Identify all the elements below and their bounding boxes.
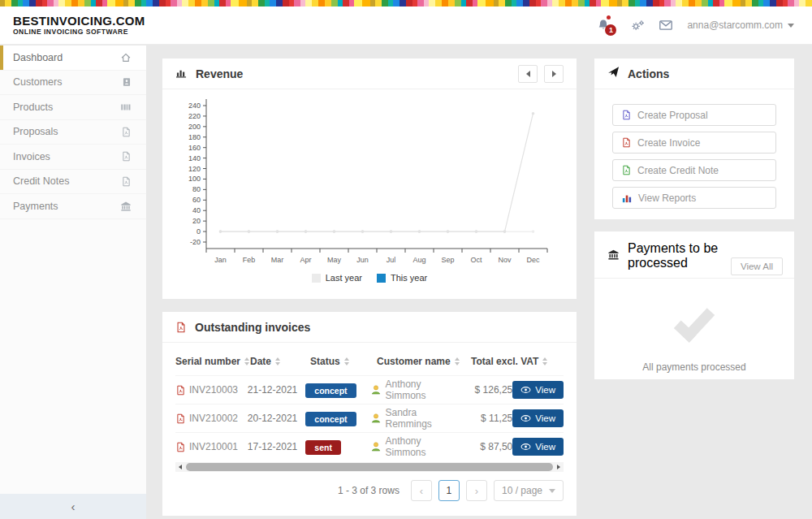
view-reports-button[interactable]: View Reports: [612, 187, 776, 209]
column-header-customer-name[interactable]: Customer name: [377, 356, 471, 367]
scroll-left-button[interactable]: [175, 462, 185, 472]
arrow-right-icon: [557, 465, 560, 469]
table-row: INV21000220-12-2021conceptSandra Remming…: [175, 404, 564, 432]
sort-icon: [275, 357, 280, 365]
status-badge: concept: [305, 383, 356, 398]
customer-name: Anthony Simmons: [386, 435, 461, 458]
invoice-total: $ 126,25: [461, 384, 513, 396]
invoice-total: $ 87,50: [461, 441, 513, 452]
notification-dot: [607, 15, 611, 19]
settings-gears-icon[interactable]: [631, 20, 645, 31]
chart-next-button[interactable]: [544, 65, 564, 83]
column-label: Customer name: [377, 356, 451, 367]
column-header-status[interactable]: Status: [310, 356, 377, 367]
svg-text:100: 100: [188, 175, 201, 183]
chart-prev-button[interactable]: [518, 65, 538, 83]
legend-item-last-year[interactable]: Last year: [312, 273, 362, 283]
sidebar-item-invoices[interactable]: Invoices: [0, 145, 146, 170]
svg-text:140: 140: [188, 154, 201, 162]
pdf-icon[interactable]: [175, 413, 186, 424]
svg-text:May: May: [327, 256, 342, 264]
column-header-total-excl-vat[interactable]: Total excl. VAT: [471, 356, 551, 367]
send-plane-icon: [607, 66, 620, 81]
view-invoice-button[interactable]: View: [512, 438, 564, 456]
create-invoice-button[interactable]: Create Invoice: [612, 132, 776, 154]
pdf-icon: [175, 322, 187, 333]
scrollbar-thumb[interactable]: [186, 463, 553, 471]
sidebar-item-products[interactable]: Products: [0, 95, 146, 120]
invoice-total: $ 11,25: [461, 413, 513, 424]
customer-name: Sandra Remmings: [386, 407, 461, 430]
svg-text:Aug: Aug: [412, 256, 425, 264]
pdf-icon: [121, 127, 132, 137]
pdf-icon: [621, 165, 632, 175]
status-badge: concept: [305, 412, 356, 426]
avatar-icon: [370, 413, 382, 424]
chevron-down-icon: [549, 489, 555, 493]
action-label: Create Proposal: [637, 110, 708, 121]
page-size-select[interactable]: 10 / page: [494, 480, 564, 501]
action-label: View Reports: [638, 192, 696, 204]
svg-text:240: 240: [188, 102, 201, 110]
sidebar-item-label: Credit Notes: [13, 175, 69, 187]
svg-text:80: 80: [192, 185, 201, 193]
view-label: View: [535, 413, 555, 423]
sidebar-item-credit-notes[interactable]: Credit Notes: [0, 170, 146, 195]
column-header-date[interactable]: Date: [250, 356, 310, 367]
pagination-current-page[interactable]: 1: [438, 480, 460, 501]
column-label: Total excl. VAT: [471, 356, 538, 367]
legend-label: Last year: [326, 273, 362, 283]
view-all-button[interactable]: View All: [731, 257, 783, 275]
arrow-left-icon: [526, 71, 530, 77]
revenue-title: Revenue: [196, 67, 243, 80]
logo[interactable]: BESTINVOICING.COM ONLINE INVOICING SOFTW…: [0, 14, 145, 36]
column-header-serial-number[interactable]: Serial number: [175, 356, 250, 367]
notifications-bell-icon[interactable]: 1: [597, 19, 610, 32]
svg-text:180: 180: [188, 133, 201, 141]
svg-text:160: 160: [188, 144, 201, 152]
rainbow-brand-stripe: [0, 0, 812, 6]
scroll-right-button[interactable]: [554, 462, 564, 472]
sidebar-item-label: Proposals: [13, 126, 58, 137]
sort-icon: [344, 357, 349, 365]
pagination-prev-button[interactable]: ‹: [411, 480, 432, 501]
action-label: Create Invoice: [637, 137, 700, 149]
sidebar-collapse-button[interactable]: ‹: [0, 494, 146, 519]
check-icon: [674, 301, 715, 342]
invoice-serial: INV210002: [189, 413, 238, 424]
pdf-icon[interactable]: [175, 442, 186, 452]
legend-label: This year: [391, 273, 427, 283]
actions-panel: Actions Create ProposalCreate InvoiceCre…: [594, 58, 794, 219]
sidebar-item-proposals[interactable]: Proposals: [0, 120, 146, 145]
messages-envelope-icon[interactable]: [659, 20, 672, 30]
outstanding-invoices-panel: Outstanding invoices Serial numberDateSt…: [162, 312, 577, 516]
column-label: Status: [310, 356, 340, 367]
column-label: Serial number: [175, 356, 240, 367]
actions-title: Actions: [628, 67, 669, 80]
horizontal-scrollbar: [175, 462, 564, 472]
pdf-icon: [621, 137, 632, 148]
sidebar-item-label: Payments: [13, 201, 58, 212]
sidebar-item-label: Customers: [13, 76, 62, 88]
legend-item-this-year[interactable]: This year: [377, 273, 427, 283]
pdf-icon[interactable]: [175, 385, 186, 396]
view-invoice-button[interactable]: View: [512, 409, 564, 427]
view-invoice-button[interactable]: View: [512, 381, 564, 399]
action-label: Create Credit Note: [637, 165, 719, 176]
payments-empty-message: All payments processed: [594, 361, 794, 373]
chevron-left-icon: ‹: [71, 500, 76, 513]
table-row: INV21000117-12-2021sentAnthony Simmons$ …: [175, 432, 564, 461]
user-account-menu[interactable]: anna@starcomm.com: [687, 19, 794, 31]
sidebar-item-customers[interactable]: Customers: [0, 71, 146, 96]
create-credit-note-button[interactable]: Create Credit Note: [612, 159, 776, 181]
revenue-line-chart: 240220200180160140120100806040200-20JanF…: [162, 89, 577, 279]
bar-chart-icon: [175, 67, 188, 81]
logo-subtitle: ONLINE INVOICING SOFTWARE: [13, 28, 145, 37]
arrow-left-icon: [179, 465, 182, 469]
sidebar-item-dashboard[interactable]: Dashboard: [0, 45, 146, 71]
status-badge: sent: [305, 440, 341, 455]
sidebar-item-payments[interactable]: Payments: [0, 194, 146, 219]
svg-text:-20: -20: [190, 238, 201, 246]
create-proposal-button[interactable]: Create Proposal: [612, 104, 776, 126]
pagination-next-button[interactable]: ›: [466, 480, 487, 501]
